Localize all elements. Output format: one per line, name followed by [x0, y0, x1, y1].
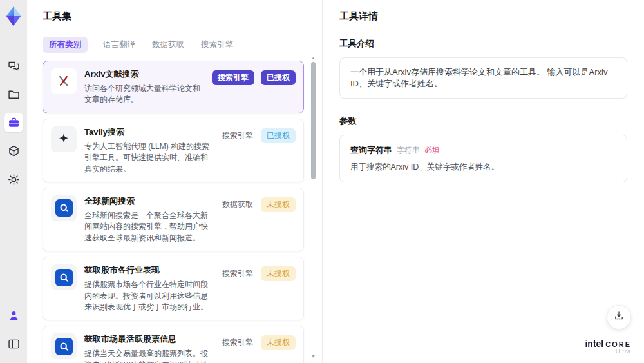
- tool-category-badge: 数据获取: [221, 197, 254, 212]
- tab-data-acquisition[interactable]: 数据获取: [151, 37, 185, 53]
- star-icon: [51, 126, 77, 152]
- cube-icon: [7, 144, 21, 158]
- tool-card[interactable]: 获取市场最活跃股票信息 提供当天交易量最高的股票列表。投资者可以利用这些信息来识…: [43, 326, 304, 363]
- tab-language-translation[interactable]: 语言翻译: [102, 37, 137, 53]
- user-icon: [7, 309, 21, 322]
- category-tabs: 所有类别 语言翻译 数据获取 搜索引擎: [43, 37, 304, 53]
- list-scrollbar: ▲ ▼: [310, 55, 316, 359]
- app-rail: [0, 0, 27, 363]
- param-required-badge: 必填: [424, 145, 440, 156]
- tool-list-panel: 工具集 所有类别 语言翻译 数据获取 搜索引擎 Arxiv文献搜索 访问各个研究…: [27, 0, 322, 363]
- tool-card-body: 获取股市各行业表现 提供股票市场各个行业在特定时间段内的表现。投资者可以利用这些…: [84, 264, 213, 313]
- intro-heading: 工具介绍: [339, 38, 627, 50]
- download-icon: [613, 310, 625, 324]
- tool-category-badge: 搜索引擎: [212, 70, 254, 85]
- tool-card[interactable]: Tavily搜索 专为人工智能代理 (LLM) 构建的搜索引擎工具。可快速提供实…: [43, 119, 304, 182]
- tool-card-meta: 搜索引擎 未授权: [221, 264, 296, 313]
- params-heading: 参数: [339, 115, 627, 127]
- param-head: 查询字符串 字符串 必填: [350, 144, 616, 156]
- gear-icon: [7, 173, 21, 186]
- detail-title: 工具详情: [339, 10, 627, 23]
- tool-category-badge: 搜索引擎: [221, 335, 254, 350]
- tab-search-engine[interactable]: 搜索引擎: [200, 37, 234, 53]
- tool-name: 全球新闻搜索: [84, 195, 213, 207]
- qblue-icon: [51, 264, 77, 290]
- tool-card[interactable]: 获取股市各行业表现 提供股票市场各个行业在特定时间段内的表现。投资者可以利用这些…: [43, 257, 304, 320]
- sidebar-item-files[interactable]: [4, 84, 23, 104]
- qblue-icon: [51, 195, 77, 221]
- tool-name: 获取股市各行业表现: [84, 264, 213, 276]
- tool-description: 提供股票市场各个行业在特定时间段内的表现。投资者可以利用这些信息来识别表现优于或…: [84, 279, 213, 313]
- ultra-wordmark: Ultra: [585, 349, 631, 355]
- tool-auth-badge: 未授权: [261, 197, 296, 212]
- page-title: 工具集: [43, 10, 304, 23]
- intel-wordmark: intel: [585, 338, 603, 349]
- tool-description: 专为人工智能代理 (LLM) 构建的搜索引擎工具。可快速提供实时、准确和真实的结…: [84, 141, 213, 175]
- tool-card-body: Tavily搜索 专为人工智能代理 (LLM) 构建的搜索引擎工具。可快速提供实…: [84, 126, 213, 175]
- tool-description: 全球新闻搜索是一个聚合全球各大新闻网站内容的搜索引擎，帮助用户快速获取全球最新资…: [84, 210, 213, 244]
- panel-icon: [7, 337, 21, 351]
- app-logo-icon[interactable]: [4, 5, 23, 27]
- tool-category-badge: 搜索引擎: [221, 128, 254, 143]
- param-type: 字符串: [397, 145, 420, 156]
- sidebar-item-chat[interactable]: [4, 56, 23, 75]
- param-name: 查询字符串: [350, 144, 392, 156]
- sidebar-item-collapse[interactable]: [4, 334, 23, 353]
- folder-icon: [7, 88, 21, 101]
- tool-card-meta: 搜索引擎 已授权: [221, 126, 296, 175]
- main-content: 工具集 所有类别 语言翻译 数据获取 搜索引擎 Arxiv文献搜索 访问各个研究…: [27, 0, 644, 363]
- tool-card[interactable]: Arxiv文献搜索 访问各个研究领域大量科学论文和文章的存储库。 搜索引擎 已授…: [43, 61, 304, 113]
- sidebar-item-packages[interactable]: [4, 141, 23, 161]
- qblue-icon: [51, 333, 77, 359]
- briefcase-icon: [7, 116, 21, 130]
- tab-all-categories[interactable]: 所有类别: [43, 37, 88, 53]
- tool-list: Arxiv文献搜索 访问各个研究领域大量科学论文和文章的存储库。 搜索引擎 已授…: [43, 61, 304, 363]
- tool-card[interactable]: 全球新闻搜索 全球新闻搜索是一个聚合全球各大新闻网站内容的搜索引擎，帮助用户快速…: [43, 188, 304, 251]
- sidebar-item-tools[interactable]: [4, 113, 23, 132]
- tool-name: Arxiv文献搜索: [84, 68, 204, 80]
- tool-intro-text: 一个用于从Arxiv存储库搜索科学论文和文章的工具。 输入可以是Arxiv ID…: [339, 57, 627, 99]
- tool-detail-panel: 工具详情 工具介绍 一个用于从Arxiv存储库搜索科学论文和文章的工具。 输入可…: [322, 0, 644, 363]
- tool-card-body: 获取市场最活跃股票信息 提供当天交易量最高的股票列表。投资者可以利用这些信息来识…: [84, 333, 213, 363]
- tool-card-body: Arxiv文献搜索 访问各个研究领域大量科学论文和文章的存储库。: [84, 68, 204, 106]
- core-wordmark: CORE: [605, 340, 631, 348]
- tool-card-meta: 数据获取 未授权: [221, 195, 296, 244]
- tool-name: 获取市场最活跃股票信息: [84, 333, 213, 345]
- tool-auth-badge: 未授权: [261, 335, 296, 350]
- tool-card-meta: 搜索引擎 已授权: [212, 68, 296, 106]
- tool-card-body: 全球新闻搜索 全球新闻搜索是一个聚合全球各大新闻网站内容的搜索引擎，帮助用户快速…: [84, 195, 213, 244]
- param-card: 查询字符串 字符串 必填 用于搜索的Arxiv ID、关键字或作者姓名。: [339, 135, 627, 182]
- sidebar-item-account[interactable]: [4, 306, 23, 325]
- tool-auth-badge: 已授权: [261, 128, 296, 143]
- tool-description: 访问各个研究领域大量科学论文和文章的存储库。: [84, 83, 204, 106]
- sidebar-item-settings[interactable]: [4, 170, 23, 189]
- tool-name: Tavily搜索: [84, 126, 213, 138]
- download-button[interactable]: [607, 305, 631, 329]
- param-description: 用于搜索的Arxiv ID、关键字或作者姓名。: [350, 162, 616, 173]
- intel-core-logo: intelCORE Ultra: [585, 339, 631, 355]
- scroll-down-icon[interactable]: ▼: [310, 354, 316, 359]
- tool-auth-badge: 已授权: [261, 70, 296, 85]
- scroll-up-icon[interactable]: ▲: [310, 55, 316, 61]
- tool-description: 提供当天交易量最高的股票列表。投资者可以利用这些信息来识别流动性强的股票和潜在的…: [84, 348, 213, 363]
- tool-auth-badge: 未授权: [261, 266, 296, 281]
- tool-category-badge: 搜索引擎: [221, 266, 254, 281]
- arxiv-icon: [51, 68, 77, 94]
- chat-icon: [7, 59, 21, 73]
- tool-card-meta: 搜索引擎 未授权: [221, 333, 296, 363]
- scrollbar-thumb[interactable]: [311, 62, 316, 179]
